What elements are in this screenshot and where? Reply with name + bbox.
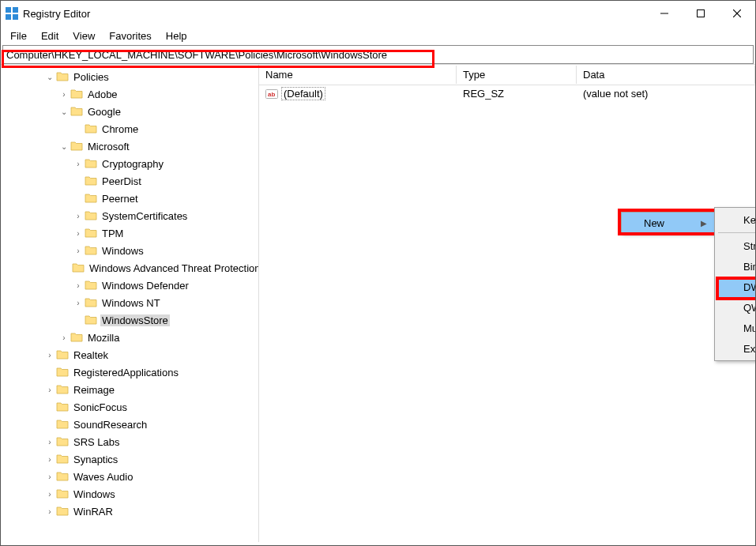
chevron-down-icon[interactable]: ⌄ (58, 142, 70, 151)
chevron-right-icon[interactable]: › (43, 473, 56, 481)
chevron-right-icon[interactable]: › (43, 490, 56, 499)
menu-item-binary[interactable]: Binary Value (717, 256, 756, 277)
chevron-down-icon[interactable]: ⌄ (58, 107, 70, 116)
tree-label: WindowsStore (100, 314, 170, 326)
tree-item[interactable]: Peernet (1, 190, 258, 207)
tree-item[interactable]: ›SRS Labs (1, 433, 258, 450)
tree-item[interactable]: ›Realtek (1, 346, 258, 363)
tree-item[interactable]: ›Windows NT (1, 294, 258, 311)
tree-item[interactable]: ›Synaptics (1, 450, 258, 468)
tree-item[interactable]: ›TPM (1, 224, 258, 242)
close-button[interactable] (719, 1, 755, 26)
chevron-right-icon[interactable]: › (72, 281, 85, 290)
address-text: Computer\HKEY_LOCAL_MACHINE\SOFTWARE\Pol… (6, 49, 387, 61)
tree-label: Chrome (100, 123, 140, 135)
menu-item-multistring[interactable]: Multi-String Value (717, 318, 756, 338)
tree-label: Windows Defender (100, 280, 190, 292)
chevron-right-icon[interactable]: › (72, 247, 85, 255)
svg-rect-1 (13, 7, 18, 13)
address-bar[interactable]: Computer\HKEY_LOCAL_MACHINE\SOFTWARE\Pol… (2, 45, 754, 64)
registry-editor-window: Registry Editor File Edit View Favorites… (0, 0, 756, 546)
tree-item[interactable]: Windows Advanced Threat Protection (1, 259, 258, 277)
tree-label: Synaptics (72, 454, 119, 465)
menu-favorites[interactable]: Favorites (103, 28, 157, 43)
menu-item-qword[interactable]: QWORD (64-bit) Value (717, 297, 756, 318)
tree-item[interactable]: ›Windows (1, 485, 258, 503)
tree-item[interactable]: SonicFocus (1, 398, 258, 416)
value-name: (Default) (281, 87, 325, 100)
menu-edit[interactable]: Edit (35, 28, 65, 43)
chevron-right-icon[interactable]: › (43, 438, 56, 446)
tree-item[interactable]: WindowsStore (1, 311, 258, 329)
tree-item[interactable]: ›Cryptography (1, 155, 258, 172)
svg-rect-3 (13, 14, 18, 20)
tree-item[interactable]: ⌄Google (1, 103, 258, 120)
tree-label: Policies (72, 71, 111, 83)
tree-item[interactable]: SoundResearch (1, 416, 258, 433)
menu-item-string[interactable]: String Value (717, 235, 756, 256)
chevron-down-icon[interactable]: ⌄ (43, 73, 56, 81)
menu-help[interactable]: Help (160, 28, 194, 43)
menu-item-dword[interactable]: DWORD (32-bit) Value (717, 277, 756, 297)
menu-file[interactable]: File (4, 28, 33, 43)
tree-label: Realtek (72, 349, 110, 361)
table-row[interactable]: ab (Default) REG_SZ (value not set) (259, 85, 755, 102)
tree-label: Adobe (86, 88, 119, 100)
maximize-button[interactable] (683, 1, 719, 26)
values-pane: Name Type Data ab (Default) REG_SZ (valu… (259, 65, 755, 542)
tree-label: TPM (100, 228, 125, 239)
separator (718, 232, 756, 233)
chevron-right-icon[interactable]: › (58, 333, 70, 342)
tree-item[interactable]: PeerDist (1, 172, 258, 190)
tree-label: Windows (72, 488, 117, 500)
col-type[interactable]: Type (457, 66, 577, 84)
chevron-right-icon[interactable]: › (43, 455, 56, 464)
tree-item[interactable]: ›Adobe (1, 85, 258, 103)
minimize-button[interactable] (646, 1, 683, 26)
tree-item[interactable]: ›WinRAR (1, 503, 258, 520)
tree-label: Windows NT (100, 297, 162, 309)
col-name[interactable]: Name (259, 66, 457, 84)
column-headers: Name Type Data (259, 65, 755, 85)
chevron-right-icon[interactable]: › (72, 299, 85, 307)
chevron-right-icon[interactable]: › (72, 212, 85, 220)
tree-item[interactable]: Chrome (1, 120, 258, 137)
chevron-right-icon[interactable]: › (43, 507, 56, 516)
tree-item[interactable]: ›Reimage (1, 381, 258, 398)
tree-item[interactable]: RegisteredApplications (1, 363, 258, 381)
title-bar: Registry Editor (1, 1, 755, 26)
svg-rect-5 (698, 10, 705, 17)
tree-label: Waves Audio (72, 471, 134, 483)
menu-bar: File Edit View Favorites Help (1, 26, 755, 45)
tree-label: Cryptography (100, 158, 165, 170)
tree-label: Windows (100, 245, 145, 257)
tree-label: SonicFocus (72, 401, 129, 413)
new-submenu: Key String Value Binary Value DWORD (32-… (714, 207, 756, 361)
menu-item-expstring[interactable]: Expandable String Value (717, 338, 756, 359)
menu-item-new[interactable]: New ▶ (622, 213, 715, 233)
menu-view[interactable]: View (66, 28, 101, 43)
chevron-right-icon[interactable]: › (43, 351, 56, 360)
string-value-icon: ab (265, 88, 278, 100)
tree-label: Reimage (72, 384, 116, 396)
chevron-right-icon[interactable]: › (72, 229, 85, 238)
menu-item-key[interactable]: Key (717, 209, 756, 230)
tree-item[interactable]: ›Windows (1, 242, 258, 259)
tree-pane[interactable]: ⌄Policies›Adobe⌄GoogleChrome⌄Microsoft›C… (1, 65, 259, 542)
tree-item[interactable]: ›Windows Defender (1, 277, 258, 294)
tree-item[interactable]: ›Waves Audio (1, 468, 258, 485)
tree-label: Mozilla (86, 332, 121, 344)
tree-item[interactable]: ›Mozilla (1, 329, 258, 346)
tree-item[interactable]: ›SystemCertificates (1, 207, 258, 224)
svg-rect-2 (6, 14, 11, 20)
tree-label: SystemCertificates (100, 210, 189, 222)
tree-item[interactable]: ⌄Policies (1, 68, 258, 85)
col-data[interactable]: Data (577, 66, 755, 84)
value-type: REG_SZ (463, 88, 583, 100)
tree-item[interactable]: ⌄Microsoft (1, 137, 258, 155)
tree-label: RegisteredApplications (72, 367, 180, 378)
chevron-right-icon[interactable]: › (72, 160, 85, 168)
tree-label: Google (86, 106, 122, 118)
chevron-right-icon[interactable]: › (43, 386, 56, 394)
chevron-right-icon[interactable]: › (58, 90, 70, 99)
